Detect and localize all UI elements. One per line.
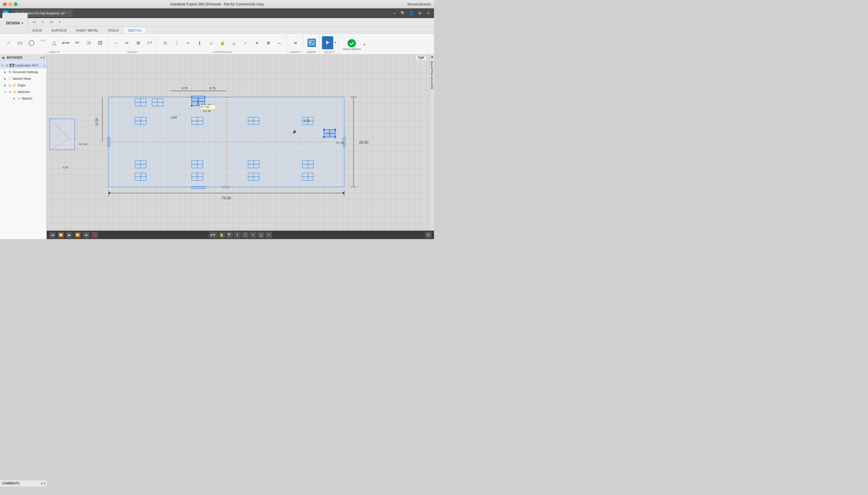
nav-play-button[interactable]: ▶ <box>66 232 72 238</box>
offset-icon: ⊃ <box>86 40 91 46</box>
tab-tools[interactable]: TOOLS <box>103 27 123 33</box>
sketch1-pencil-icon: ✏ <box>17 97 21 101</box>
root-expand-arrow[interactable]: ▼ <box>1 64 4 67</box>
mini-view-rect[interactable] <box>50 119 75 150</box>
close-tab-button[interactable]: ✕ <box>425 10 431 17</box>
sketch-dim-button[interactable]: ⟺ <box>60 36 71 49</box>
nav-prev-button[interactable]: ⏪ <box>58 232 64 238</box>
pattern-button[interactable]: ⊞ <box>133 36 144 49</box>
line-tool-button[interactable]: ⟋ <box>3 36 14 49</box>
browser-collapse-button[interactable]: ◀ <box>2 56 4 59</box>
close-window-button[interactable] <box>3 2 6 6</box>
sketch-canvas[interactable]: 70.00 20.00 5.00 fx: 1.30 12.50 8.75 8.7… <box>47 54 434 239</box>
select-dropdown[interactable]: ▼ <box>334 41 337 44</box>
settings-bottom-button[interactable]: ⚙ <box>425 232 431 238</box>
arc-tool-button[interactable]: ⌒ <box>37 36 48 49</box>
circle-tool-button[interactable]: ◯ <box>26 36 37 49</box>
root-visibility-icon[interactable]: ● <box>44 64 45 67</box>
nav-last-button[interactable]: ⏭ <box>83 232 89 238</box>
sketch1-eye-icon[interactable]: ● <box>12 97 16 100</box>
account-button[interactable]: 👤 <box>408 10 415 17</box>
svg-rect-51 <box>330 133 335 137</box>
constraint-lock-button[interactable]: 🔒 <box>217 36 228 49</box>
visual-dropdown[interactable]: ▼ <box>265 232 272 238</box>
constraint-hook-button[interactable]: ⌙ <box>274 36 285 49</box>
mirror-button[interactable]: ⇌ <box>121 36 132 49</box>
named-views-arrow[interactable]: ▶ <box>4 78 7 80</box>
inspect-button[interactable]: ⇹ <box>290 36 301 49</box>
zoom-button[interactable]: 🔍 <box>226 232 233 238</box>
constraint-perpendicular-button[interactable]: ⊥ <box>206 36 216 49</box>
undo-button[interactable]: ↩ <box>31 19 38 25</box>
browser-resize-handle[interactable]: | <box>44 56 45 59</box>
tab-sketch[interactable]: SKETCH <box>123 27 146 33</box>
constraint-triangle-button[interactable]: △ <box>228 36 239 49</box>
doc-settings-arrow[interactable]: ▶ <box>4 71 7 73</box>
construction-icon: ⊟ <box>98 40 102 46</box>
design-button[interactable]: DESIGN ▼ <box>2 13 28 33</box>
visual-style-button[interactable]: ◫ <box>258 232 264 238</box>
browser-add-button[interactable]: + <box>40 56 42 59</box>
tab-close-button[interactable]: × <box>67 12 69 15</box>
search-button[interactable]: 🔍 <box>400 10 406 17</box>
constraint-horizontal-button[interactable]: ═ <box>183 36 194 49</box>
constraint-collinear-button[interactable]: ⌶ <box>171 36 182 49</box>
svg-point-30 <box>191 105 193 107</box>
trim-button[interactable]: ✂ <box>72 36 83 49</box>
browser-item-root[interactable]: ▼ ⊞ ▣ Construction Kit Fab Academy... ● <box>0 62 46 69</box>
rectangle-tool-button[interactable]: ▭ <box>15 36 25 49</box>
new-tab-button[interactable]: ＋ <box>391 10 398 17</box>
nav-first-button[interactable]: ⏮ <box>49 232 56 238</box>
sketches-eye-icon[interactable]: ● <box>8 90 12 93</box>
orbit-button[interactable]: ⊕▼ <box>209 232 217 238</box>
redo-button[interactable]: ↪ <box>48 19 54 25</box>
constraint-bracket-button[interactable]: ⊠ <box>263 36 274 49</box>
title-bar: Autodesk Fusion 360 (Personal - Not for … <box>0 0 434 8</box>
browser-item-named-views[interactable]: ▶ □ Named Views <box>0 75 46 82</box>
nav-next-button[interactable]: ⏩ <box>75 232 81 238</box>
root-folder-icon: ▣ <box>10 64 14 67</box>
construction-button[interactable]: ⊟ <box>95 36 105 49</box>
sketches-arrow[interactable]: ▼ <box>4 91 7 93</box>
select-button[interactable] <box>322 36 333 49</box>
tab-sheet-metal[interactable]: SHEET METAL <box>71 27 103 33</box>
pan-button[interactable]: ✋ <box>218 232 225 238</box>
browser-item-doc-settings[interactable]: ▶ ⚙ Document Settings <box>0 69 46 75</box>
constraint-coincident-button[interactable]: ⊡ <box>160 36 170 49</box>
tab-surface[interactable]: SURFACE <box>47 27 71 33</box>
offset-button[interactable]: ⊃ <box>83 36 94 49</box>
finish-sketch-dropdown[interactable]: ▼ <box>363 44 366 46</box>
settings-tab-button[interactable]: ⚙ <box>416 10 423 17</box>
display-dropdown[interactable]: ▼ <box>250 232 257 238</box>
select-group: ▼ SELECT <box>320 35 339 54</box>
constraint-parallel-button[interactable]: ∥ <box>194 36 205 49</box>
origin-arrow[interactable]: ▶ <box>4 84 7 87</box>
modify-label: MODIFY <box>128 51 138 54</box>
fillet-button[interactable]: ⌣ <box>110 36 121 49</box>
redo-dropdown[interactable]: ▼ <box>56 19 63 25</box>
extend-button[interactable]: /↗ <box>144 36 155 49</box>
browser-item-sketches[interactable]: ▼ ● 📁 Sketches <box>0 88 46 95</box>
constraint-x-button[interactable]: ✕ <box>251 36 262 49</box>
half-height-dim: 12.50 <box>95 118 99 126</box>
zoom-dropdown[interactable]: ▼ <box>234 232 241 238</box>
finish-sketch-button[interactable]: FINISH SKETCH <box>341 38 363 51</box>
origin-eye-icon[interactable]: ◎ <box>8 83 12 87</box>
maximize-window-button[interactable] <box>14 2 17 6</box>
tab-solid[interactable]: SOLID <box>28 27 47 33</box>
display-button[interactable]: ☐ <box>242 232 249 238</box>
canvas-area[interactable]: TOP ◀ SKETCH PALETTE 70.00 20.00 <box>47 54 434 239</box>
minimize-window-button[interactable] <box>9 2 12 6</box>
polygon-tool-button[interactable]: △ <box>49 36 60 49</box>
browser-item-origin[interactable]: ▶ ◎ 📁 Origin <box>0 82 46 88</box>
connector-group-right[interactable] <box>323 129 336 138</box>
browser-item-sketch1[interactable]: ▶ ● ✏ Sketch1 <box>0 95 46 102</box>
fillet-icon: ⌣ <box>114 41 117 45</box>
design-dropdown-icon: ▼ <box>21 22 24 25</box>
extend-icon: /↗ <box>147 41 152 45</box>
nav-record-button[interactable]: ⬤ <box>91 232 98 238</box>
undo-dropdown[interactable]: ▼ <box>39 19 46 25</box>
sketches-label: Sketches <box>17 90 45 93</box>
constraint-circle-button[interactable]: ○ <box>240 36 251 49</box>
insert-image-button[interactable] <box>306 36 317 49</box>
